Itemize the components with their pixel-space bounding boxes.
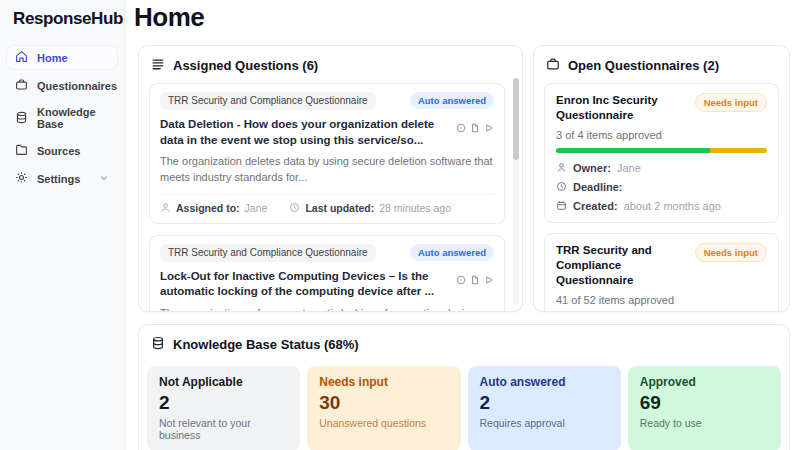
assigned-questions-panel: Assigned Questions (6) TRR Security and …	[138, 45, 523, 312]
home-icon	[15, 50, 28, 65]
sidebar-item-sources[interactable]: Sources	[7, 139, 117, 162]
page-title: Home	[134, 2, 790, 33]
briefcase-icon	[546, 57, 560, 74]
sidebar-item-questionnaires[interactable]: Questionnaires	[7, 74, 117, 97]
sidebar: ResponseHub Home Questionnaires Knowledg…	[0, 0, 125, 450]
stat-description: Requires approval	[480, 417, 609, 429]
stat-description: Unanswered questions	[319, 417, 448, 429]
created-value: about 2 months ago	[624, 200, 721, 212]
clock-icon	[289, 202, 300, 215]
sidebar-nav: Home Questionnaires Knowledge Base Sourc…	[0, 46, 124, 190]
stat-value: 2	[480, 392, 609, 414]
status-circle-icon[interactable]	[456, 271, 466, 300]
sidebar-item-label: Sources	[37, 145, 80, 157]
source-document-icon[interactable]	[470, 271, 480, 300]
panel-title: Open Questionnaires (2)	[568, 58, 719, 73]
briefcase-icon	[15, 78, 28, 93]
question-card[interactable]: TRR Security and Compliance Questionnair…	[149, 235, 505, 312]
stat-label: Not Applicable	[159, 375, 288, 389]
open-questionnaires-panel: Open Questionnaires (2) Enron Inc Securi…	[533, 45, 790, 312]
progress-bar	[556, 148, 767, 153]
created-label: Created:	[573, 200, 618, 212]
person-icon	[556, 162, 567, 175]
stat-value: 2	[159, 392, 288, 414]
questionnaire-title: TRR Security and Compliance Questionnair…	[556, 243, 687, 288]
kb-stats-row: Not Applicable 2 Not relevant to your bu…	[139, 362, 789, 450]
status-badge: Auto answered	[410, 92, 494, 109]
kb-status-header: Knowledge Base Status (68%)	[139, 325, 789, 362]
stat-card-needs-input: Needs input 30 Unanswered questions	[307, 366, 460, 450]
run-play-icon[interactable]	[484, 119, 494, 148]
app-logo: ResponseHub	[0, 0, 124, 29]
progress-text: 3 of 4 items approved	[556, 129, 767, 141]
stat-card-auto-answered: Auto answered 2 Requires approval	[468, 366, 621, 450]
sidebar-item-label: Knowledge Base	[37, 106, 109, 130]
assigned-to-label: Assigned to:	[176, 202, 240, 214]
questionnaire-tag: TRR Security and Compliance Questionnair…	[160, 244, 376, 262]
person-icon	[160, 202, 171, 215]
status-badge: Needs input	[695, 93, 767, 112]
owner-label: Owner:	[573, 162, 611, 174]
status-badge: Needs input	[695, 243, 767, 262]
stat-value: 30	[319, 392, 448, 414]
main-content: Home Assigned Questions (6) TRR Security…	[125, 0, 800, 450]
progress-segment-needs-input	[710, 148, 767, 153]
clock-icon	[556, 181, 567, 194]
panel-title: Knowledge Base Status (68%)	[173, 337, 359, 352]
stat-value: 69	[640, 392, 769, 414]
chevron-down-icon	[99, 173, 109, 185]
knowledge-base-status-panel: Knowledge Base Status (68%) Not Applicab…	[138, 324, 790, 450]
questionnaire-title: Enron Inc Security Questionnaire	[556, 93, 687, 123]
assigned-to-value: Jane	[245, 202, 268, 214]
calendar-icon	[556, 200, 567, 213]
last-updated-label: Last updated:	[305, 202, 374, 214]
open-questionnaires-header: Open Questionnaires (2)	[534, 46, 789, 83]
status-circle-icon[interactable]	[456, 119, 466, 148]
database-icon	[15, 111, 28, 126]
sidebar-item-label: Settings	[37, 173, 80, 185]
stat-label: Approved	[640, 375, 769, 389]
last-updated-value: 28 minutes ago	[379, 202, 451, 214]
gear-icon	[15, 171, 28, 186]
question-card[interactable]: TRR Security and Compliance Questionnair…	[149, 83, 505, 224]
sidebar-item-label: Questionnaires	[37, 80, 117, 92]
questionnaire-card[interactable]: Enron Inc Security Questionnaire Needs i…	[544, 83, 779, 223]
source-document-icon[interactable]	[470, 119, 480, 148]
sidebar-item-home[interactable]: Home	[7, 46, 117, 69]
stat-card-not-applicable: Not Applicable 2 Not relevant to your bu…	[147, 366, 300, 450]
stat-card-approved: Approved 69 Ready to use	[628, 366, 781, 450]
stat-label: Auto answered	[480, 375, 609, 389]
deadline-label: Deadline:	[573, 181, 623, 193]
questionnaire-card[interactable]: TRR Security and Compliance Questionnair…	[544, 233, 779, 312]
question-answer-preview: The organization enforces automatic lock…	[160, 306, 494, 312]
panel-title: Assigned Questions (6)	[173, 58, 318, 73]
folder-icon	[15, 143, 28, 158]
status-badge: Auto answered	[410, 244, 494, 261]
question-title: Data Deletion - How does your organizati…	[160, 117, 444, 148]
stat-label: Needs input	[319, 375, 448, 389]
database-icon	[151, 336, 165, 353]
progress-text: 41 of 52 items approved	[556, 294, 767, 306]
sidebar-item-settings[interactable]: Settings	[7, 167, 117, 190]
stat-description: Not relevant to your business	[159, 417, 288, 441]
sidebar-item-knowledge-base[interactable]: Knowledge Base	[7, 102, 117, 134]
question-title: Lock-Out for Inactive Computing Devices …	[160, 269, 444, 300]
assigned-questions-list: TRR Security and Compliance Questionnair…	[139, 83, 522, 312]
scrollbar-thumb[interactable]	[513, 78, 519, 160]
app-window: ResponseHub Home Questionnaires Knowledg…	[0, 0, 800, 450]
list-icon	[151, 57, 165, 74]
run-play-icon[interactable]	[484, 271, 494, 300]
assigned-questions-header: Assigned Questions (6)	[139, 46, 522, 83]
stat-description: Ready to use	[640, 417, 769, 429]
sidebar-item-label: Home	[37, 52, 68, 64]
questionnaire-tag: TRR Security and Compliance Questionnair…	[160, 92, 376, 110]
progress-segment-approved	[556, 148, 710, 153]
question-answer-preview: The organization deletes data by using s…	[160, 154, 494, 186]
owner-value: Jane	[617, 162, 641, 174]
